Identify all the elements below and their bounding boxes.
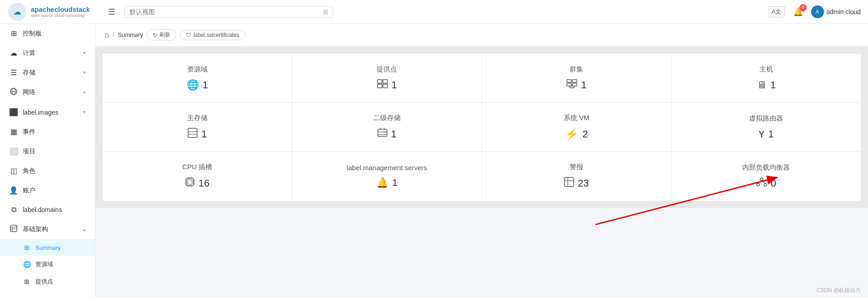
card-secondary-storage-title: 二级存储 <box>373 114 401 122</box>
sidebar-item-accounts[interactable]: 👤 账户 <box>0 181 95 200</box>
dashboard-grid: 资源域 🌐 1 提供点 <box>95 46 868 208</box>
card-pods-icon <box>377 79 388 91</box>
svg-rect-38 <box>565 177 574 187</box>
watermark: CSDN @机核动力 <box>816 287 861 294</box>
card-hosts[interactable]: 主机 🖥 1 <box>672 54 861 102</box>
refresh-button[interactable]: ↻ 刷新 <box>147 29 176 40</box>
chevron-down-icon-storage: ▾ <box>83 70 86 76</box>
card-alerts-icon <box>564 177 574 190</box>
card-clusters[interactable]: 群集 1 <box>482 54 671 102</box>
accounts-icon: 👤 <box>9 186 18 195</box>
card-management-servers-icon: 🔔 <box>376 177 388 189</box>
card-zones-num: 1 <box>203 79 208 91</box>
home-icon[interactable]: ⌂ <box>104 31 109 39</box>
compute-icon: ☁ <box>9 49 18 57</box>
sidebar-sub-item-zones[interactable]: 🌐 资源域 <box>0 256 95 273</box>
sidebar-item-network[interactable]: 网络 ▾ <box>0 82 95 102</box>
svg-line-44 <box>758 181 762 183</box>
card-virtual-router-title: 虚拟路由器 <box>749 114 783 123</box>
pods-icon: ⊞ <box>23 278 31 285</box>
card-management-servers-num: 1 <box>392 177 397 189</box>
sidebar-item-storage[interactable]: ☰ 存储 ▾ <box>0 63 95 82</box>
card-primary-storage[interactable]: 主存储 1 <box>103 103 292 152</box>
card-alerts[interactable]: 警报 23 <box>482 152 671 201</box>
header: ☁ apachecloudstack open source cloud com… <box>0 0 868 24</box>
card-hosts-title: 主机 <box>759 65 773 74</box>
card-cpu-sockets-num: 16 <box>198 177 209 189</box>
sidebar-item-dashboard[interactable]: ⊞ 控制板 <box>0 24 95 43</box>
user-menu[interactable]: A admin cloud <box>811 5 861 18</box>
logo-icon: ☁ <box>7 2 27 22</box>
chevron-down-icon: ▾ <box>83 50 86 56</box>
card-zones[interactable]: 资源域 🌐 1 <box>103 54 292 102</box>
sidebar-label-domains: label.domains <box>23 206 62 213</box>
menu-toggle-button[interactable]: ☰ <box>108 7 115 17</box>
card-management-servers-value: 🔔 1 <box>376 177 397 189</box>
chevron-down-icon-images: ▾ <box>83 109 86 115</box>
card-secondary-storage-icon <box>377 128 387 141</box>
card-zones-title: 资源域 <box>187 65 208 74</box>
ssl-tag-label: label.sslcertificates <box>193 32 239 38</box>
dashboard-icon: ⊞ <box>9 29 18 38</box>
card-internal-lb-value: 0 <box>756 177 776 189</box>
card-primary-storage-title: 主存储 <box>187 114 208 122</box>
sidebar-sub-item-summary[interactable]: ⊞ Summary <box>0 239 95 256</box>
card-cpu-sockets[interactable]: CPU 插槽 <box>103 152 292 201</box>
card-system-vm[interactable]: 系统 VM ⚡ 2 <box>482 103 671 152</box>
card-secondary-storage[interactable]: 二级存储 1 <box>293 103 482 152</box>
sidebar-item-domains[interactable]: ⧉ label.domains <box>0 200 95 219</box>
card-cpu-sockets-value: 16 <box>185 177 209 190</box>
card-zones-icon: 🌐 <box>187 79 199 91</box>
sidebar-label-network: 网络 <box>23 88 35 96</box>
sidebar-label-events: 事件 <box>23 128 35 136</box>
sidebar-item-images[interactable]: ⬛ label.images ▾ <box>0 102 95 122</box>
card-virtual-router[interactable]: 虚拟路由器 Y 1 <box>672 103 861 152</box>
svg-point-41 <box>760 178 763 181</box>
sidebar-label-infra: 基础架构 <box>23 225 48 233</box>
search-grid-icon[interactable]: ⊞ <box>323 8 328 15</box>
card-hosts-icon: 🖥 <box>757 79 767 91</box>
svg-rect-16 <box>572 83 577 86</box>
card-cpu-sockets-icon <box>185 177 195 190</box>
card-primary-storage-num: 1 <box>201 128 207 140</box>
main-layout: ⊞ 控制板 ☁ 计算 ▾ ☰ 存储 ▾ 网络 ▾ ⬛ label.images … <box>0 24 868 298</box>
summary-icon: ⊞ <box>23 244 31 251</box>
card-clusters-value: 1 <box>566 79 586 91</box>
sidebar-item-roles[interactable]: ◫ 角色 <box>0 161 95 181</box>
card-system-vm-value: ⚡ 2 <box>565 128 588 141</box>
sidebar-item-compute[interactable]: ☁ 计算 ▾ <box>0 43 95 63</box>
images-icon: ⬛ <box>9 108 18 116</box>
card-zones-value: 🌐 1 <box>187 79 208 91</box>
card-internal-lb[interactable]: 内部负载均衡器 0 <box>672 152 861 201</box>
card-alerts-num: 23 <box>578 177 589 189</box>
svg-text:☁: ☁ <box>13 7 21 16</box>
sidebar-sub-item-pods[interactable]: ⊞ 提供点 <box>0 273 95 290</box>
card-pods-value: 1 <box>377 79 397 91</box>
dashboard-container: 资源域 🌐 1 提供点 <box>95 46 868 298</box>
logo-tagline: open source cloud computing <box>31 13 90 18</box>
card-pods-num: 1 <box>392 79 397 91</box>
svg-point-43 <box>764 183 767 186</box>
card-internal-lb-title: 内部负载均衡器 <box>742 163 790 172</box>
card-primary-storage-value: 1 <box>188 128 207 141</box>
sidebar-item-infra[interactable]: 基础架构 ▴ <box>0 219 95 239</box>
card-pods[interactable]: 提供点 1 <box>293 54 482 102</box>
sidebar-item-events[interactable]: ▦ 事件 <box>0 122 95 141</box>
card-clusters-title: 群集 <box>570 65 583 74</box>
notification-button[interactable]: 🔔 8 <box>793 7 803 17</box>
domains-icon: ⧉ <box>9 206 18 214</box>
sidebar-label-projects: 项目 <box>23 147 35 156</box>
card-management-servers[interactable]: label.management.servers 🔔 1 <box>293 152 482 201</box>
card-secondary-storage-num: 1 <box>391 128 397 140</box>
chevron-up-icon-infra: ▴ <box>83 227 86 232</box>
sidebar-item-projects[interactable]: ⬜ 项目 <box>0 141 95 161</box>
roles-icon: ◫ <box>9 167 18 175</box>
svg-rect-15 <box>567 83 571 86</box>
storage-icon: ☰ <box>9 68 18 77</box>
card-clusters-num: 1 <box>581 79 586 91</box>
search-input[interactable] <box>129 8 320 15</box>
events-icon: ▦ <box>9 127 18 136</box>
card-virtual-router-value: Y 1 <box>759 128 774 140</box>
ssl-tag-button[interactable]: 🛡 label.sslcertificates <box>180 30 245 40</box>
language-button[interactable]: A文 <box>769 6 785 17</box>
